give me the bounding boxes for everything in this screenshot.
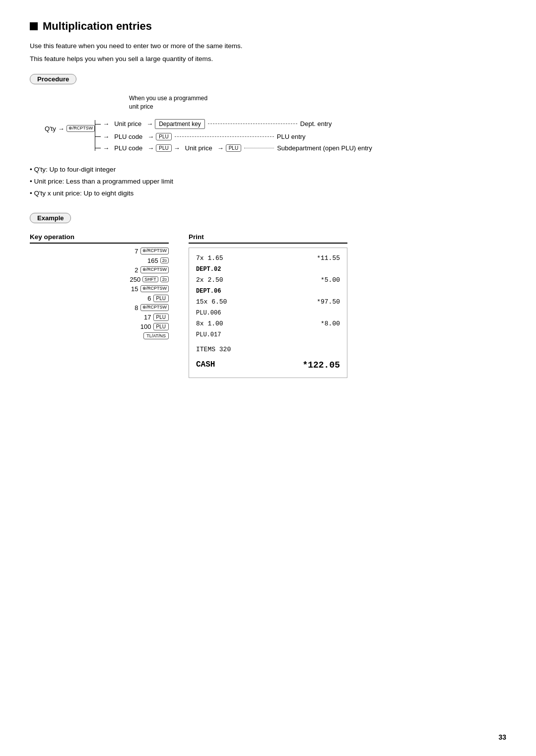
procedure-badge: Procedure xyxy=(30,66,506,89)
receipt-row-2: 2x 2.50 *5.00 xyxy=(196,275,340,286)
intro-section: Use this feature when you need to enter … xyxy=(30,41,506,64)
rcptsw-key-1: ⊗/RCPTSW xyxy=(67,125,95,132)
example-section: Key operation 7 ⊗/RCPTSW 165 20 2 ⊗/RCPT… xyxy=(30,233,506,378)
plu-key-1: PLU xyxy=(156,133,171,140)
qty-label: Q'ty → ⊗/RCPTSW xyxy=(45,125,95,132)
dashed-line-1 xyxy=(208,124,297,124)
note-3: • Q'ty x unit price: Up to eight digits xyxy=(30,188,506,199)
diagram-main-row: Q'ty → ⊗/RCPTSW → Unit price → Departmen… xyxy=(45,115,506,156)
receipt-items-row: ITEMS 320 xyxy=(196,344,340,355)
key-op-row-10: TL/AT/NS xyxy=(30,332,169,339)
intro-line-2: This feature helps you when you sell a l… xyxy=(30,54,506,64)
plu-key-op-2: PLU xyxy=(153,314,169,321)
dept-key-box: Department key xyxy=(155,119,205,129)
plu-key-op-1: PLU xyxy=(153,295,169,302)
key-op-row-5: 15 ⊗/RCPTSW xyxy=(30,285,169,293)
title-text: Multiplication entries xyxy=(43,20,152,33)
print-column: Print 7x 1.65 *11.55 DEPT.02 2x 2.50 *5.… xyxy=(189,233,347,378)
receipt-cash-row: CASH *122.05 xyxy=(196,358,340,373)
branch-row-2: → PLU code → PLU PLU entry xyxy=(95,133,372,140)
key-2-dept: 20 xyxy=(160,257,169,263)
key-2-dept-2: 20 xyxy=(160,276,169,282)
key-op-row-9: 100 PLU xyxy=(30,323,169,330)
note-1: • Q'ty: Up to four-digit integer xyxy=(30,164,506,176)
branch-row-3: → PLU code → PLU → Unit price → PLU Subd… xyxy=(95,144,372,152)
receipt-row-1: 7x 1.65 *11.55 xyxy=(196,253,340,264)
plu-key-3: PLU xyxy=(226,144,241,152)
key-op-row-7: 8 ⊗/RCPTSW xyxy=(30,304,169,312)
receipt-row-dept02: DEPT.02 xyxy=(196,264,340,275)
procedure-diagram: When you use a programmed unit price Q't… xyxy=(45,94,506,156)
plu-key-2: PLU xyxy=(156,144,171,152)
receipt-row-3: 15x 6.50 *97.50 xyxy=(196,297,340,308)
example-badge-container: Example xyxy=(30,208,506,228)
shift-key: SHFT xyxy=(142,276,158,282)
key-op-row-1: 7 ⊗/RCPTSW xyxy=(30,248,169,255)
rcptsw-key-op-3: ⊗/RCPTSW xyxy=(140,285,169,292)
key-op-row-6: 6 PLU xyxy=(30,295,169,302)
print-header: Print xyxy=(189,233,347,244)
arrow-icon: → xyxy=(58,125,65,132)
title-square-icon xyxy=(30,22,38,30)
receipt-row-4: 8x 1.00 *8.00 xyxy=(196,318,340,329)
key-op-row-2: 165 20 xyxy=(30,257,169,264)
note-2: • Unit price: Less than a programmed upp… xyxy=(30,176,506,188)
branch-connector: → Unit price → Department key Dept. entr… xyxy=(95,115,372,156)
dashed-line-2 xyxy=(175,136,274,137)
receipt-row-plu006: PLU.006 xyxy=(196,308,340,318)
page-number: 33 xyxy=(498,733,506,741)
intro-line-1: Use this feature when you need to enter … xyxy=(30,41,506,52)
receipt-row-plu017: PLU.017 xyxy=(196,329,340,340)
print-receipt: 7x 1.65 *11.55 DEPT.02 2x 2.50 *5.00 DEP… xyxy=(189,248,347,378)
key-op-row-4: 250 SHFT 20 xyxy=(30,276,169,283)
diagram-note: When you use a programmed unit price xyxy=(129,94,506,111)
page-title: Multiplication entries xyxy=(30,20,506,33)
branch-row-1: → Unit price → Department key Dept. entr… xyxy=(95,119,372,129)
dotted-line-3 xyxy=(244,148,274,148)
key-op-row-8: 17 PLU xyxy=(30,314,169,321)
rcptsw-key-op-1: ⊗/RCPTSW xyxy=(140,248,169,254)
plu-key-op-3: PLU xyxy=(153,323,169,330)
receipt-row-dept06: DEPT.06 xyxy=(196,286,340,297)
tlat-key-op: TL/AT/NS xyxy=(143,332,169,339)
key-op-row-3: 2 ⊗/RCPTSW xyxy=(30,266,169,274)
example-badge: Example xyxy=(30,213,71,223)
notes-section: • Q'ty: Up to four-digit integer • Unit … xyxy=(30,164,506,200)
key-operation-column: Key operation 7 ⊗/RCPTSW 165 20 2 ⊗/RCPT… xyxy=(30,233,169,378)
rcptsw-key-op-4: ⊗/RCPTSW xyxy=(140,304,169,311)
key-operation-header: Key operation xyxy=(30,233,169,244)
rcptsw-key-op-2: ⊗/RCPTSW xyxy=(140,266,169,273)
